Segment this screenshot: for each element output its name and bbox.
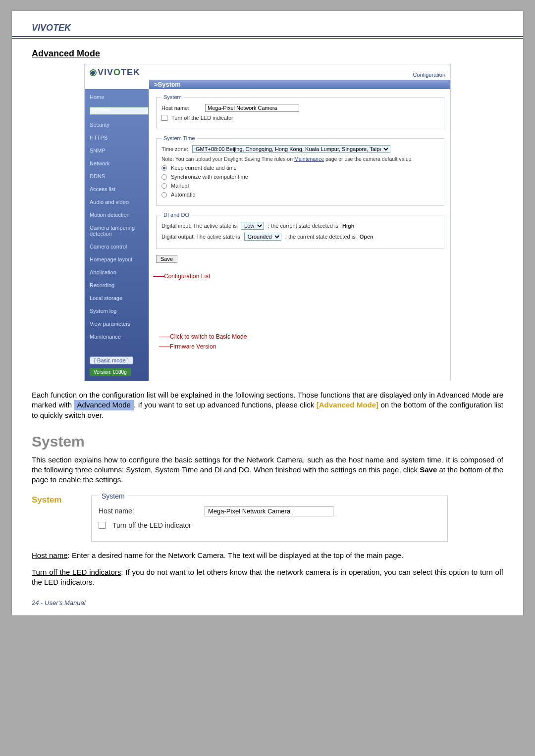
hostname-label: Host name: <box>161 105 201 111</box>
radio-auto[interactable] <box>161 192 167 198</box>
annot-basic-mode: Click to switch to Basic Mode <box>170 333 247 340</box>
config-sidebar: Home System Security HTTPS SNMP Network … <box>85 89 149 381</box>
sidebar-item-snmp[interactable]: SNMP <box>90 148 149 153</box>
para-hostname: Host name: Enter a desired name for the … <box>32 551 503 560</box>
vivotek-logo: VIVOTEK <box>90 67 140 78</box>
led-label: Turn off the LED indicator <box>171 115 233 121</box>
tz-label: Time zone: <box>161 146 188 152</box>
config-main: System Host name: Turn off the LED indic… <box>149 89 450 381</box>
sidebar-item-tampering[interactable]: Camera tampering detection <box>90 225 149 237</box>
advanced-mode-bold: [Advanced Mode] <box>317 401 378 409</box>
para-system-desc: This section explains how to configure t… <box>32 455 503 485</box>
do-select[interactable]: Grounded <box>244 233 281 241</box>
sidebar-item-system[interactable]: System <box>90 107 149 115</box>
sidebar-item-view-params[interactable]: View parameters <box>90 321 149 327</box>
system-fieldset: System Host name: Turn off the LED indic… <box>156 94 444 129</box>
radio-manual-label: Manual <box>171 183 189 189</box>
logo-eye-icon <box>90 69 97 76</box>
do-value: Open <box>360 234 374 240</box>
di-select[interactable]: Low <box>241 222 264 230</box>
system-time-fieldset: System Time Time zone: GMT+08:00 Beijing… <box>156 135 444 206</box>
sidebar-item-maintenance[interactable]: Maintenance <box>90 334 149 340</box>
logo-text: VIVOTEK <box>98 67 140 78</box>
system-panel: System Host name: Turn off the LED indic… <box>91 492 448 542</box>
radio-keep-label: Keep current date and time <box>171 165 237 171</box>
sidebar-item-home[interactable]: Home <box>90 94 149 100</box>
radio-manual[interactable] <box>161 183 167 189</box>
para-intro: Each function on the configuration list … <box>32 390 503 420</box>
di-pre: Digital input: The active state is <box>161 223 237 229</box>
save-button[interactable]: Save <box>156 255 177 263</box>
system-title-bar: >System <box>149 80 450 89</box>
radio-sync-label: Synchronize with computer time <box>171 174 248 180</box>
led-checkbox[interactable] <box>161 115 167 121</box>
hostname-label-2: Host name: <box>99 507 198 515</box>
sidebar-item-local-storage[interactable]: Local storage <box>90 295 149 301</box>
sidebar-item-https[interactable]: HTTPS <box>90 135 149 141</box>
sidebar-item-system-log[interactable]: System log <box>90 308 149 314</box>
firmware-version-badge: Version: 0100g <box>90 368 131 376</box>
annot-config-list: Configuration List <box>164 273 210 280</box>
dido-fieldset: DI and DO Digital input: The active stat… <box>156 212 444 249</box>
advanced-mode-heading: Advanced Mode <box>32 49 503 59</box>
sidebar-item-camera-control[interactable]: Camera control <box>90 244 149 250</box>
annot-firmware: Firmware Version <box>170 343 216 350</box>
para-led: Turn off the LED indicators: If you do n… <box>32 567 503 588</box>
di-mid: ; the current state detected is <box>268 223 338 229</box>
tz-select[interactable]: GMT+08:00 Beijing, Chongqing, Hong Kong,… <box>192 145 390 153</box>
sidebar-item-access-list[interactable]: Access list <box>90 186 149 192</box>
sidebar-item-audio-video[interactable]: Audio and video <box>90 199 149 205</box>
maintenance-link[interactable]: Maintenance <box>294 156 324 162</box>
led-label-2: Turn off the LED indicator <box>112 521 191 529</box>
do-pre: Digital output: The active state is <box>161 234 240 240</box>
configuration-link[interactable]: Configuration <box>413 72 445 78</box>
radio-sync[interactable] <box>161 174 167 180</box>
header-rule <box>12 38 523 39</box>
sidebar-item-ddns[interactable]: DDNS <box>90 173 149 179</box>
advanced-mode-pill: Advanced Mode <box>74 400 134 410</box>
dido-legend: DI and DO <box>161 212 191 218</box>
system-heading: System <box>32 433 503 450</box>
sidebar-item-motion[interactable]: Motion detection <box>90 212 149 218</box>
led-checkbox-2[interactable] <box>99 522 106 529</box>
system-panel-legend: System <box>99 492 128 500</box>
sidebar-item-network[interactable]: Network <box>90 160 149 166</box>
dst-note-pre: Note: You can upload your Daylight Savin… <box>161 156 294 162</box>
system-side-label: System <box>32 495 91 505</box>
system-time-legend: System Time <box>161 135 197 141</box>
radio-keep[interactable] <box>161 165 167 171</box>
basic-mode-button[interactable]: [ Basic mode ] <box>90 356 133 364</box>
sidebar-item-application[interactable]: Application <box>90 269 149 275</box>
brand-header: VIVOTEK <box>12 23 523 37</box>
sidebar-item-homepage-layout[interactable]: Homepage layout <box>90 256 149 262</box>
config-screenshot: VIVOTEK Configuration >System Home Syste… <box>84 64 451 381</box>
radio-auto-label: Automatic <box>171 192 195 198</box>
page-footer: 24 - User's Manual <box>32 599 503 606</box>
sidebar-item-security[interactable]: Security <box>90 122 149 128</box>
hostname-input[interactable] <box>205 104 299 112</box>
do-mid: ; the current state detected is <box>285 234 356 240</box>
system-legend: System <box>161 94 184 100</box>
di-value: High <box>342 223 354 229</box>
sidebar-item-recording[interactable]: Recording <box>90 282 149 288</box>
dst-note-post: page or use the camera default value. <box>324 156 413 162</box>
hostname-input-2[interactable] <box>205 506 333 516</box>
